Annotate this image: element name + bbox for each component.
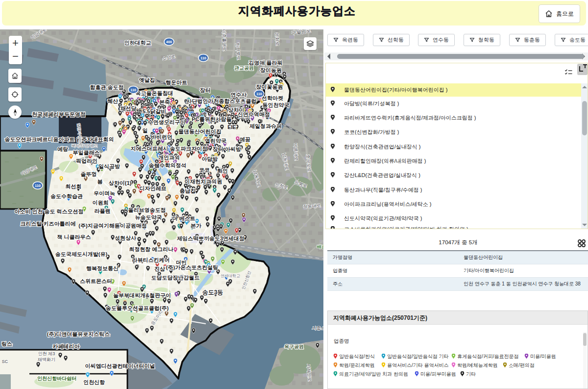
svg-text:옥고을온돌침대: 옥고을온돌침대	[136, 90, 173, 96]
svg-text:크리스탈 키즈아틀리에: 크리스탈 키즈아틀리에	[20, 221, 75, 227]
svg-text:국제항만대로: 국제항만대로	[71, 143, 98, 148]
svg-text:바비런던: 바비런던	[151, 134, 172, 140]
svg-text:미추홀대로: 미추홀대로	[221, 29, 227, 52]
svg-text:스위트몬스터: 스위트몬스터	[80, 278, 112, 284]
svg-text:연세대학교: 연세대학교	[220, 274, 240, 278]
svg-text:본죽: 본죽	[159, 99, 170, 105]
svg-text:상챠이(1): 상챠이(1)	[109, 180, 132, 186]
svg-text:배곧: 배곧	[317, 244, 323, 249]
svg-text:채선당: 채선당	[121, 105, 137, 111]
svg-text:아소비 인천 송도 럭스오션점: 아소비 인천 송도 럭스오션점	[14, 208, 83, 214]
svg-text:송쌤수학의정석: 송쌤수학의정석	[149, 162, 187, 168]
svg-text:라뷰티스킨케어: 라뷰티스킨케어	[132, 257, 170, 263]
svg-text:장터 아씨방: 장터 아씨방	[213, 146, 241, 152]
svg-text:뉴송도약국: 뉴송도약국	[135, 214, 162, 220]
svg-text:수연생오리구이: 수연생오리구이	[148, 119, 186, 125]
svg-text:인천 제3: 인천 제3	[38, 351, 55, 356]
svg-text:신연수역매점: 신연수역매점	[237, 111, 270, 117]
svg-text:송도오션파크베르디움아파트 입주자대표회의: 송도오션파크베르디움아파트 입주자대표회의	[4, 136, 114, 142]
svg-text:예꿈: 예꿈	[240, 136, 250, 142]
svg-text:이재헌치과의원: 이재헌치과의원	[185, 179, 222, 184]
svg-text:본가: 본가	[191, 223, 201, 229]
svg-text:부일클래스: 부일클래스	[73, 150, 100, 156]
svg-text:재액화기: 재액화기	[37, 357, 55, 362]
svg-text:디자인레브: 디자인레브	[140, 185, 167, 191]
svg-text:천국제페리부두운영점: 천국제페리부두운영점	[32, 111, 86, 117]
svg-text:예랑: 예랑	[57, 146, 68, 152]
svg-text:제일청과슈퍼: 제일청과슈퍼	[249, 123, 282, 129]
svg-text:110: 110	[130, 88, 136, 92]
svg-text:최선회: 최선회	[66, 183, 82, 189]
svg-text:400: 400	[166, 40, 172, 44]
svg-text:개인과외: 개인과외	[158, 155, 180, 160]
svg-text:비류대로: 비류대로	[293, 143, 299, 161]
svg-text:올리브영송도점: 올리브영송도점	[128, 207, 166, 213]
svg-text:장미농원: 장미농원	[260, 67, 282, 73]
svg-text:일: 일	[143, 128, 148, 133]
svg-text:열린약국: 열린약국	[205, 138, 226, 144]
svg-text:진삼: 진삼	[154, 266, 165, 272]
svg-text:인천신항: 인천신항	[83, 379, 105, 385]
svg-text:카페테리아: 카페테리아	[53, 343, 80, 349]
svg-text:픽업라인: 픽업라인	[76, 158, 98, 164]
svg-text:PC를위한사람들: PC를위한사람들	[192, 116, 231, 122]
svg-text:(주)가온스포츠컨설팅: (주)가온스포츠컨설팅	[166, 264, 218, 270]
svg-text:인천신항바다쉼터: 인천신항바다쉼터	[37, 376, 76, 381]
svg-text:시흥스: 시흥스	[312, 326, 324, 331]
svg-text:봄: 봄	[98, 179, 103, 184]
svg-text:송도3동: 송도3동	[202, 289, 223, 296]
svg-text:혜산: 혜산	[107, 98, 118, 104]
svg-text:장터: 장터	[200, 87, 211, 93]
svg-text:충남집: 충남집	[180, 188, 196, 194]
svg-text:연수사: 연수사	[231, 92, 247, 98]
svg-text:이씨엠디선광컨테이너터미널: 이씨엠디선광컨테이너터미널	[85, 363, 155, 369]
svg-text:최정현: 최정현	[129, 246, 146, 252]
svg-text:아담방: 아담방	[202, 156, 218, 162]
svg-text:동인천약국: 동인천약국	[263, 102, 290, 108]
svg-text:5.5닭갈비: 5.5닭갈비	[143, 108, 166, 114]
svg-text:코코: 코코	[199, 167, 210, 173]
svg-text:라플랜: 라플랜	[95, 208, 111, 214]
svg-text:옥구공원: 옥구공원	[284, 344, 304, 349]
svg-text:사단법인가천종합스포츠클럽: 사단법인가천종합스포츠클럽	[187, 98, 257, 104]
svg-text:송도수학습관: 송도수학습관	[50, 193, 83, 199]
svg-text:행복정보통신: 행복정보통신	[86, 265, 119, 271]
svg-text:솥뚜껑: 솥뚜껑	[81, 171, 97, 177]
svg-text:인하대학교: 인하대학교	[124, 40, 151, 46]
svg-text:일식공방: 일식공방	[98, 163, 120, 169]
svg-text:옛날집: 옛날집	[139, 77, 155, 83]
svg-text:(주)지금여기해돋이공원매점: (주)지금여기해돋이공원매점	[78, 223, 147, 229]
svg-text:110: 110	[35, 183, 41, 188]
svg-text:우이며녹: 우이며녹	[94, 190, 115, 196]
svg-text:문화로: 문화로	[275, 32, 280, 46]
svg-text:놀부부대찌개&철판구이: 놀부부대찌개&철판구이	[113, 292, 171, 298]
svg-text:110: 110	[200, 56, 206, 60]
svg-text:참 예그리나: 참 예그리나	[145, 246, 173, 252]
svg-text:물댄동산어린이집: 물댄동산어린이집	[178, 129, 221, 134]
svg-text:SC: SC	[2, 359, 8, 364]
svg-text:송도블루오션골프클럽(주): 송도블루오션골프클럽(주)	[106, 305, 169, 311]
svg-text:제임스떡뽀끼송도3연세대점: 제임스떡뽀끼송도3연세대점	[177, 235, 245, 241]
svg-text:행운마트: 행운마트	[166, 79, 187, 85]
svg-text:이원희: 이원희	[93, 200, 109, 206]
svg-text:링스: 링스	[1, 341, 12, 347]
svg-text:김영애 플라워: 김영애 플라워	[248, 60, 282, 66]
svg-text:관교공원: 관교공원	[234, 65, 254, 71]
svg-text:성현상사: 성현상사	[115, 235, 136, 241]
svg-text:지에스더프레시 송도파크자이점: 지에스더프레시 송도파크자이점	[130, 146, 207, 152]
svg-text:110: 110	[256, 92, 262, 96]
svg-text:더 베스트: 더 베스트	[172, 215, 195, 221]
svg-text:화인: 화인	[217, 168, 228, 174]
svg-text:EIE: EIE	[227, 124, 236, 130]
svg-text:장미꽃농원: 장미꽃농원	[256, 84, 283, 90]
svg-text:(주)디앤더블유로지스틱스: (주)디앤더블유로지스틱스	[47, 331, 110, 337]
svg-text:송도국제도시개발(유): 송도국제도시개발(유)	[55, 251, 108, 257]
svg-text:잭 니클라우스: 잭 니클라우스	[57, 234, 91, 240]
svg-text:선학마켓: 선학마켓	[261, 95, 283, 101]
svg-text:도담도담장난감월드: 도담도담장난감월드	[151, 275, 200, 281]
svg-text:함흥관 송도점: 함흥관 송도점	[90, 84, 123, 90]
